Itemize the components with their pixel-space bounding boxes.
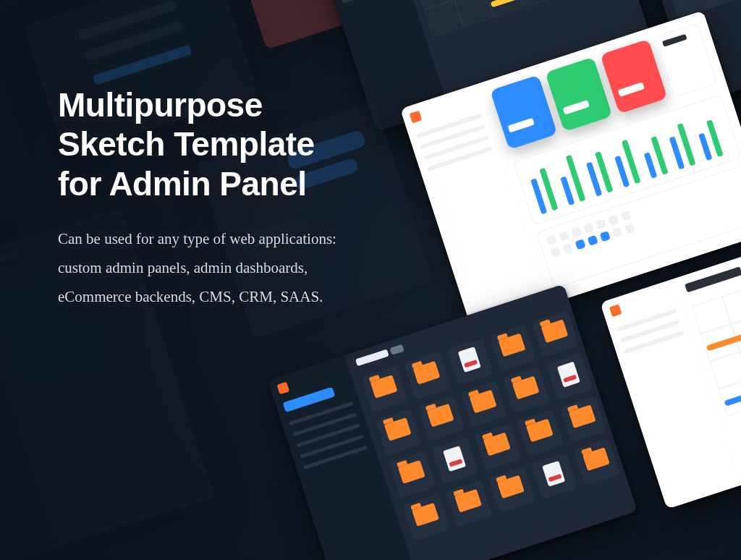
stat-card: 18.7k <box>546 57 613 132</box>
contacts-title: Contacts <box>0 252 18 271</box>
hero-subtitle: Can be used for any type of web applicat… <box>58 225 376 312</box>
stat-card: 18.3k <box>601 39 668 114</box>
hero-text-block: Multipurpose Sketch Template for Admin P… <box>58 85 463 311</box>
stage: Contacts Calendar <box>0 0 741 560</box>
dark-side-panel <box>622 0 741 104</box>
hero-title: Multipurpose Sketch Template for Admin P… <box>58 85 463 203</box>
illustration-card <box>233 0 405 50</box>
chart-card: 39.7k <box>656 23 718 98</box>
calendar-light-card: Calendar April <box>600 211 741 509</box>
event-bar <box>490 0 540 8</box>
stat-card: 21.2k <box>491 75 558 149</box>
files-dark-card: Files 78 <box>268 284 638 560</box>
calendar-light-title: Calendar <box>685 266 741 292</box>
files-title: Files <box>355 349 389 367</box>
